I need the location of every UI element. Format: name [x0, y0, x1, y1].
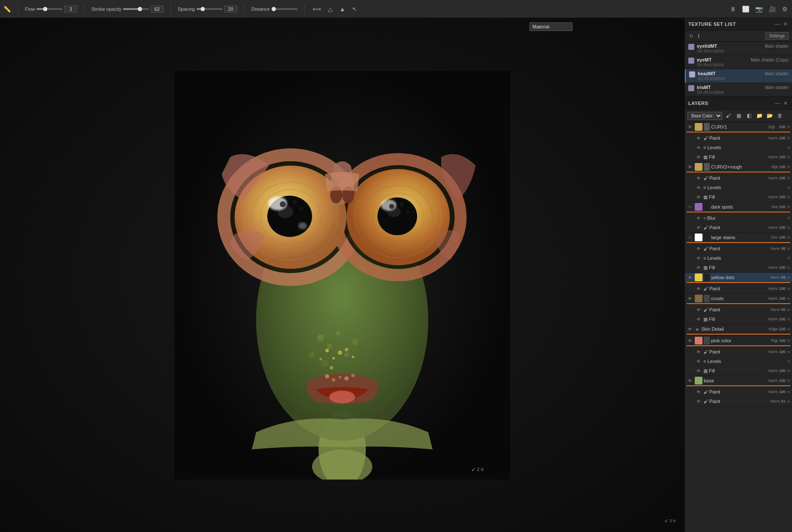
vis-base-paint2[interactable]: 👁 — [695, 398, 702, 405]
layer-crusts-fill[interactable]: 👁 ▦ Fill Norm 100 ✕ — [685, 314, 792, 324]
layer-curv1-fill[interactable]: 👁 ▦ Fill Norm 100 ✕ — [685, 152, 792, 162]
texture-set-item-iris[interactable]: irisMT Main shader No description — [685, 83, 792, 97]
close-dark-blur[interactable]: ✕ — [787, 216, 790, 221]
close-pink-levels[interactable]: ✕ — [787, 359, 790, 364]
distance-slider-container[interactable] — [272, 8, 297, 10]
layer-dark-blur[interactable]: 👁 ≈ Blur ✕ — [685, 213, 792, 223]
layer-pink-fill[interactable]: 👁 ▦ Fill Norm 100 ✕ — [685, 366, 792, 375]
import-resource-btn[interactable]: 📂 — [765, 111, 774, 120]
layer-large-stains[interactable]: 👁 large stains Clrn 100 ✕ — [685, 233, 792, 242]
vis-pink-color[interactable]: 👁 — [687, 337, 693, 344]
layer-stains-levels[interactable]: 👁 ≡ Levels ✕ — [685, 253, 792, 263]
layer-pink-levels[interactable]: 👁 ≡ Levels ✕ — [685, 357, 792, 366]
layer-yellow-paint[interactable]: 👁 🖌 Paint Norm 100 ✕ — [685, 284, 792, 293]
close-curv2rough[interactable]: ✕ — [787, 165, 790, 169]
layer-dark-paint[interactable]: 👁 🖌 Paint Norm 100 ✕ — [685, 223, 792, 232]
vis-base-paint1[interactable]: 👁 — [695, 388, 702, 395]
vis-pink-fill[interactable]: 👁 — [695, 367, 702, 374]
vis-large-stains[interactable]: 👁 — [687, 234, 693, 241]
visibility-btn-curv1[interactable]: 👁 — [687, 123, 693, 130]
layers-collapse-icon[interactable]: — — [774, 100, 781, 107]
mountain-icon[interactable]: △ — [327, 5, 334, 13]
close-pink-paint[interactable]: ✕ — [787, 350, 790, 354]
settings-icon[interactable]: ⚙ — [781, 5, 789, 13]
delete-layer-btn[interactable]: 🗑 — [776, 111, 784, 120]
layer-curv2-levels[interactable]: 👁 ≡ Levels ✕ — [685, 183, 792, 192]
close-dark-paint[interactable]: ✕ — [787, 225, 790, 230]
layer-pink-color[interactable]: 👁 pink color Pigt 100 ✕ — [685, 336, 792, 345]
close-crusts-paint[interactable]: ✕ — [787, 308, 790, 312]
close-curv2-fill[interactable]: ✕ — [787, 195, 790, 200]
vis-stains-fill[interactable]: 👁 — [695, 264, 702, 271]
vis-stains-paint[interactable]: 👁 — [695, 245, 702, 252]
close-yellow-paint[interactable]: ✕ — [787, 286, 790, 291]
close-panel-icon[interactable]: ✕ — [783, 21, 789, 28]
close-base[interactable]: ✕ — [787, 378, 790, 383]
vis-pink-levels[interactable]: 👁 — [695, 358, 702, 365]
flow-slider-container[interactable] — [37, 8, 62, 10]
layer-base[interactable]: 👁 base Norm 100 ✕ — [685, 376, 792, 385]
layer-base-paint2[interactable]: 👁 🖌 Paint Norm 61 ✕ — [685, 397, 792, 406]
close-stains-fill[interactable]: ✕ — [787, 265, 790, 270]
viewport[interactable]: ↙ z·x Material Base Color Roughness Meta… — [0, 18, 684, 532]
layers-close-icon[interactable]: ✕ — [783, 100, 789, 107]
layer-pink-paint[interactable]: 👁 🖌 Paint Norm 100 ✕ — [685, 347, 792, 357]
close-pink-color[interactable]: ✕ — [787, 338, 790, 343]
refresh-icon[interactable]: ↻ — [688, 33, 694, 40]
layer-curv1-paint[interactable]: 👁 🖌 Paint Norm 100 ✕ — [685, 133, 792, 143]
spacing-slider[interactable] — [197, 8, 223, 10]
close-base-paint1[interactable]: ✕ — [787, 390, 790, 394]
layer-curv1[interactable]: 👁 CURV1 Slgt 100 ✕ — [685, 122, 792, 132]
record-icon[interactable]: ⬜ — [741, 5, 750, 13]
layer-dark-spots[interactable]: 👁 dark spots Mul 100 ✕ — [685, 202, 792, 212]
vis-crusts-fill[interactable]: 👁 — [695, 316, 702, 323]
texture-set-item-head[interactable]: headMT Main shader No description — [685, 69, 792, 83]
layer-curv2-paint[interactable]: 👁 🖌 Paint Norm 100 ✕ — [685, 173, 792, 183]
spacing-value[interactable]: 20 — [224, 6, 237, 12]
layer-curv2-fill[interactable]: 👁 ▦ Fill Norm 100 ✕ — [685, 192, 792, 202]
layer-stains-fill[interactable]: 👁 ▦ Fill Norm 100 ✕ — [685, 263, 792, 272]
info-icon[interactable]: ℹ — [697, 33, 701, 40]
symmetry-icon[interactable]: ⟺ — [312, 5, 322, 13]
vis-pink-paint[interactable]: 👁 — [695, 348, 702, 355]
channel-select[interactable]: Base Color Roughness Metallic Normal Hei… — [687, 112, 722, 120]
vis-curv2-levels[interactable]: 👁 — [695, 184, 702, 191]
stroke-opacity-value[interactable]: 62 — [151, 6, 164, 12]
triangle-icon[interactable]: ▲ — [339, 5, 346, 13]
close-skin-detail[interactable]: ✕ — [787, 327, 790, 332]
stroke-opacity-slider[interactable] — [123, 8, 149, 10]
flow-value[interactable]: 3 — [64, 6, 77, 12]
vis-curv1-fill[interactable]: 👁 — [695, 154, 702, 160]
close-yellow-dots[interactable]: ✕ — [787, 275, 790, 280]
vis-skin-detail[interactable]: 👁 — [687, 326, 693, 332]
vis-curv2rough[interactable]: 👁 — [687, 163, 693, 170]
layer-curv2rough[interactable]: 👁 CURV2+rough Slgt 100 ✕ — [685, 162, 792, 172]
vis-crusts[interactable]: 👁 — [687, 295, 693, 302]
distance-slider[interactable] — [272, 8, 297, 10]
close-large-stains[interactable]: ✕ — [787, 235, 790, 240]
vis-curv2-fill[interactable]: 👁 — [695, 194, 702, 200]
cursor-icon[interactable]: ↖ — [351, 5, 358, 13]
screenshot-icon[interactable]: 📷 — [755, 5, 764, 13]
vis-yellow-dots[interactable]: 👁 — [687, 274, 693, 281]
video-icon[interactable]: 🎥 — [768, 5, 777, 13]
close-stains-levels[interactable]: ✕ — [787, 256, 790, 261]
close-curv1-paint[interactable]: ✕ — [787, 136, 790, 141]
close-curv1-fill[interactable]: ✕ — [787, 155, 790, 160]
flow-slider[interactable] — [37, 8, 62, 10]
brush-tool[interactable]: ✏️ — [3, 6, 11, 12]
layer-skin-detail[interactable]: 👁 ◈ Skin Detail Edge 100 ✕ — [685, 324, 792, 334]
close-pink-fill[interactable]: ✕ — [787, 369, 790, 373]
vis-yellow-paint[interactable]: 👁 — [695, 285, 702, 292]
stroke-opacity-slider-container[interactable] — [123, 8, 149, 10]
pause-icon[interactable]: ⏸ — [729, 5, 737, 13]
close-stains-paint[interactable]: ✕ — [787, 246, 790, 251]
spacing-slider-container[interactable] — [197, 8, 223, 10]
vis-dark-blur[interactable]: 👁 — [695, 215, 702, 221]
vis-dark-paint[interactable]: 👁 — [695, 224, 702, 231]
layer-curv1-levels[interactable]: 👁 ≡ Levels ✕ — [685, 143, 792, 152]
material-select-dropdown[interactable]: Material Base Color Roughness Metallic N… — [529, 22, 572, 31]
vis-crusts-paint[interactable]: 👁 — [695, 306, 702, 313]
add-fill-layer-btn[interactable]: ▦ — [734, 111, 743, 120]
settings-button[interactable]: Settings — [765, 32, 789, 40]
